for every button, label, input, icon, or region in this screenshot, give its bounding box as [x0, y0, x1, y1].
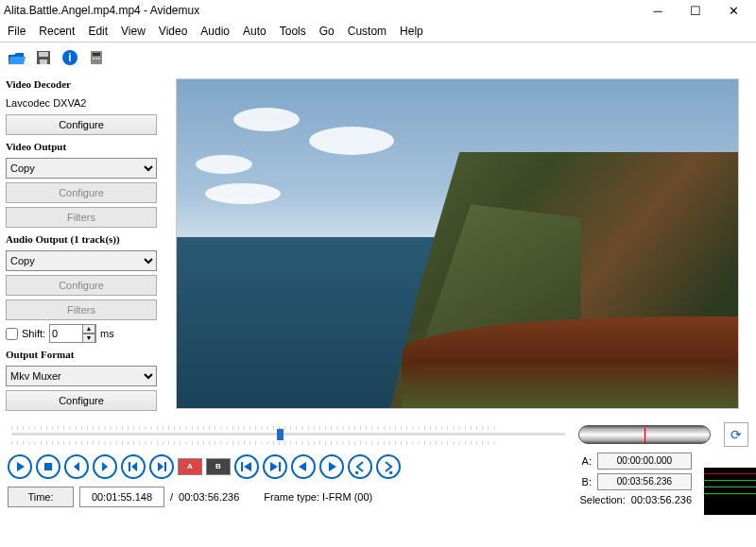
goto-marker-a-button[interactable]	[291, 454, 316, 479]
menu-bar: File Recent Edit View Video Audio Auto T…	[0, 21, 756, 43]
svg-text:■: ■	[355, 470, 359, 475]
preview-area	[170, 73, 756, 415]
window-title: Alita.Battle.Angel.mp4.mp4 - Avidemux	[4, 4, 639, 17]
svg-rect-8	[95, 58, 97, 60]
svg-text:i: i	[68, 51, 71, 64]
loop-button[interactable]: ⟳	[724, 422, 748, 447]
output-format-select[interactable]: Mkv Muxer	[6, 366, 157, 386]
stop-button[interactable]	[36, 454, 60, 479]
menu-edit[interactable]: Edit	[88, 25, 108, 38]
format-configure-button[interactable]: Configure	[6, 390, 157, 411]
prev-black-button[interactable]: ■	[348, 454, 372, 479]
menu-file[interactable]: File	[8, 25, 26, 38]
marker-b-value: 00:03:56.236	[597, 473, 692, 490]
vout-filters-button[interactable]: Filters	[6, 207, 157, 228]
set-marker-a-button[interactable]: A	[178, 458, 202, 475]
decoder-configure-button[interactable]: Configure	[6, 114, 157, 135]
current-time[interactable]: 00:01:55.148	[79, 487, 164, 507]
menu-audio[interactable]: Audio	[200, 25, 230, 38]
menu-help[interactable]: Help	[400, 25, 423, 38]
timeline-slider[interactable]: | | | | | | | | | | | | | | | | | | | | …	[11, 425, 565, 444]
next-keyframe-button[interactable]	[149, 454, 174, 479]
goto-start-button[interactable]	[234, 454, 259, 479]
selection-value: 00:03:56.236	[631, 494, 692, 505]
shift-value[interactable]	[50, 328, 82, 339]
svg-rect-7	[93, 58, 94, 60]
time-slash: /	[170, 491, 173, 503]
output-format-title: Output Format	[6, 349, 164, 360]
marker-a-label: A:	[582, 455, 592, 467]
sidebar: Video Decoder Lavcodec DXVA2 Configure V…	[0, 73, 170, 415]
vu-meter	[704, 468, 756, 515]
minimize-button[interactable]: ─	[639, 0, 677, 21]
info-button[interactable]: i	[59, 46, 81, 69]
frame-type: Frame type: I-FRM (00)	[264, 491, 372, 503]
prev-frame-button[interactable]	[64, 454, 89, 479]
svg-point-25	[349, 455, 371, 478]
audio-output-select[interactable]: Copy	[6, 250, 157, 271]
shift-label: Shift:	[22, 328, 45, 339]
svg-rect-18	[164, 462, 166, 471]
video-output-select[interactable]: Copy	[6, 158, 157, 179]
svg-text:■: ■	[389, 470, 393, 475]
video-preview	[176, 78, 739, 409]
toolbar: i	[0, 43, 756, 73]
audio-output-title: Audio Output (1 track(s))	[6, 233, 164, 245]
goto-end-button[interactable]	[263, 454, 287, 479]
svg-rect-2	[40, 60, 47, 64]
next-black-button[interactable]: ■	[376, 454, 401, 479]
vout-configure-button[interactable]: Configure	[6, 182, 157, 203]
goto-marker-b-button[interactable]	[319, 454, 344, 479]
save-button[interactable]	[32, 46, 55, 69]
open-button[interactable]	[6, 46, 28, 69]
menu-view[interactable]: View	[121, 25, 146, 38]
svg-rect-12	[44, 463, 52, 470]
aout-filters-button[interactable]: Filters	[6, 299, 157, 320]
slider-thumb[interactable]	[277, 429, 284, 440]
menu-go[interactable]: Go	[319, 25, 335, 38]
calculator-button[interactable]	[85, 46, 108, 69]
prev-keyframe-button[interactable]	[121, 454, 146, 479]
set-marker-b-button[interactable]: B	[206, 458, 231, 475]
bottom-panel: | | | | | | | | | | | | | | | | | | | | …	[0, 415, 756, 515]
video-output-title: Video Output	[6, 141, 164, 152]
menu-auto[interactable]: Auto	[243, 25, 266, 38]
video-decoder-title: Video Decoder	[6, 78, 164, 90]
next-frame-button[interactable]	[93, 454, 117, 479]
transport-controls: A B ■ ■	[8, 453, 401, 483]
svg-rect-16	[129, 462, 130, 471]
marker-b-label: B:	[582, 476, 592, 487]
shift-stepper[interactable]: ▲▼	[49, 324, 96, 343]
menu-recent[interactable]: Recent	[39, 25, 75, 38]
svg-point-27	[377, 455, 400, 478]
jog-dial[interactable]	[578, 425, 711, 444]
menu-video[interactable]: Video	[159, 25, 187, 38]
svg-rect-6	[93, 53, 100, 56]
shift-unit: ms	[100, 328, 114, 339]
svg-rect-1	[39, 52, 48, 57]
marker-a-value: 00:00:00.000	[597, 453, 692, 470]
total-time: 00:03:56.236	[179, 491, 239, 503]
menu-custom[interactable]: Custom	[348, 25, 387, 38]
play-button[interactable]	[8, 454, 32, 479]
aout-configure-button[interactable]: Configure	[6, 275, 157, 296]
svg-rect-9	[98, 58, 100, 60]
selection-label: Selection:	[579, 494, 625, 505]
close-button[interactable]: ✕	[714, 0, 752, 21]
time-button[interactable]: Time:	[8, 487, 74, 507]
svg-rect-20	[241, 462, 243, 471]
svg-rect-22	[279, 462, 281, 471]
menu-tools[interactable]: Tools	[280, 25, 306, 38]
shift-checkbox[interactable]	[6, 328, 18, 340]
maximize-button[interactable]: ☐	[677, 0, 714, 21]
decoder-info: Lavcodec DXVA2	[6, 95, 164, 114]
